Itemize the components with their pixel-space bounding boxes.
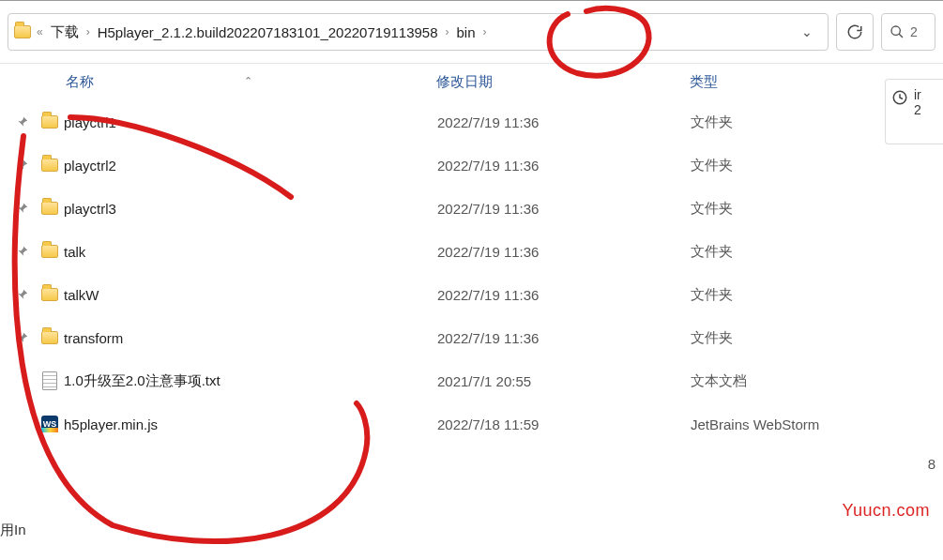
file-type: 文件夹 <box>691 157 906 174</box>
pin-icon <box>9 202 36 215</box>
file-date: 2022/7/19 11:36 <box>437 114 691 130</box>
address-bar[interactable]: « 下载 › H5player_2.1.2.build202207183101_… <box>8 13 829 51</box>
folder-icon <box>36 245 64 258</box>
file-row[interactable]: WSh5player.min.js2022/7/18 11:59JetBrain… <box>4 402 943 446</box>
file-row[interactable]: talkW2022/7/19 11:36文件夹 <box>4 273 943 316</box>
toolbar: « 下载 › H5player_2.1.2.build202207183101_… <box>0 0 943 64</box>
chevron-right-icon: › <box>444 25 451 38</box>
search-icon <box>890 24 905 39</box>
column-headers: 名称 修改日期 类型 ⌃ <box>0 64 943 100</box>
folder-icon <box>36 159 64 172</box>
file-row[interactable]: playctrl32022/7/19 11:36文件夹 <box>4 187 943 230</box>
search-input[interactable]: 2 <box>881 13 935 51</box>
file-size-partial: 8 <box>928 456 935 472</box>
history-icon <box>891 89 908 106</box>
file-row[interactable]: 1.0升级至2.0注意事项.txt2021/7/1 20:55文本文档 <box>4 359 943 402</box>
breadcrumb-item-downloads[interactable]: 下载 <box>47 22 83 43</box>
file-row[interactable]: talk2022/7/19 11:36文件夹 <box>4 230 943 273</box>
file-date: 2022/7/19 11:36 <box>437 244 691 260</box>
recent-panel[interactable]: ir 2 <box>885 79 943 144</box>
file-row[interactable]: playctrl22022/7/19 11:36文件夹 <box>4 144 943 187</box>
file-date: 2022/7/19 11:36 <box>437 201 691 217</box>
file-row[interactable]: transform2022/7/19 11:36文件夹 <box>4 316 943 359</box>
search-placeholder: 2 <box>910 24 918 39</box>
file-type: 文件夹 <box>691 286 906 304</box>
recent-line1: ir <box>914 87 921 102</box>
folder-icon <box>36 288 64 301</box>
file-name: talk <box>64 244 437 260</box>
svg-line-1 <box>899 34 903 38</box>
file-date: 2022/7/19 11:36 <box>437 158 691 174</box>
file-type: 文件夹 <box>691 329 906 347</box>
pin-icon <box>9 288 36 301</box>
file-name: 1.0升级至2.0注意事项.txt <box>64 372 437 390</box>
breadcrumb-item-bin[interactable]: bin <box>453 23 479 42</box>
chevron-down-icon[interactable]: ⌄ <box>796 24 818 39</box>
file-row[interactable]: playctrl12022/7/19 11:36文件夹 <box>4 100 943 144</box>
file-date: 2022/7/19 11:36 <box>437 330 691 346</box>
folder-icon <box>36 202 64 215</box>
folder-icon <box>36 115 64 129</box>
chevron-right-icon: › <box>84 25 92 38</box>
file-type: 文本文档 <box>691 372 906 390</box>
recent-line2: 2 <box>914 102 921 117</box>
breadcrumb-overflow[interactable]: « <box>35 25 45 38</box>
file-name: h5player.min.js <box>64 416 437 432</box>
file-type: JetBrains WebStorm <box>691 416 906 432</box>
file-date: 2022/7/18 11:59 <box>437 416 691 432</box>
file-name: talkW <box>64 287 437 303</box>
file-type: 文件夹 <box>691 243 906 261</box>
pin-icon <box>9 374 36 387</box>
header-type[interactable]: 类型 <box>690 73 896 91</box>
ws-icon: WS <box>36 416 64 432</box>
folder-icon <box>36 331 64 344</box>
svg-point-0 <box>891 26 900 35</box>
watermark: Yuucn.com <box>842 501 930 521</box>
pin-icon <box>9 417 36 431</box>
file-list: playctrl12022/7/19 11:36文件夹playctrl22022… <box>0 100 943 446</box>
file-name: playctrl3 <box>64 201 437 217</box>
refresh-button[interactable] <box>836 13 874 51</box>
file-type: 文件夹 <box>691 114 906 131</box>
pin-icon <box>9 115 36 129</box>
breadcrumb: « 下载 › H5player_2.1.2.build202207183101_… <box>35 22 792 43</box>
status-text: 用In <box>0 522 26 539</box>
breadcrumb-item-h5player[interactable]: H5player_2.1.2.build202207183101_2022071… <box>94 23 442 42</box>
pin-icon <box>9 245 36 258</box>
sort-indicator-icon: ⌃ <box>244 75 252 87</box>
file-type: 文件夹 <box>691 200 906 218</box>
refresh-icon <box>846 23 863 40</box>
pin-icon <box>9 159 36 172</box>
file-date: 2022/7/19 11:36 <box>437 287 691 303</box>
header-date[interactable]: 修改日期 <box>436 73 690 91</box>
folder-icon <box>14 25 31 38</box>
file-date: 2021/7/1 20:55 <box>437 373 691 389</box>
pin-icon <box>9 331 36 344</box>
file-name: transform <box>64 330 437 346</box>
chevron-right-icon: › <box>481 25 489 38</box>
file-name: playctrl1 <box>64 114 437 130</box>
txt-icon <box>36 371 64 390</box>
file-name: playctrl2 <box>64 158 437 174</box>
